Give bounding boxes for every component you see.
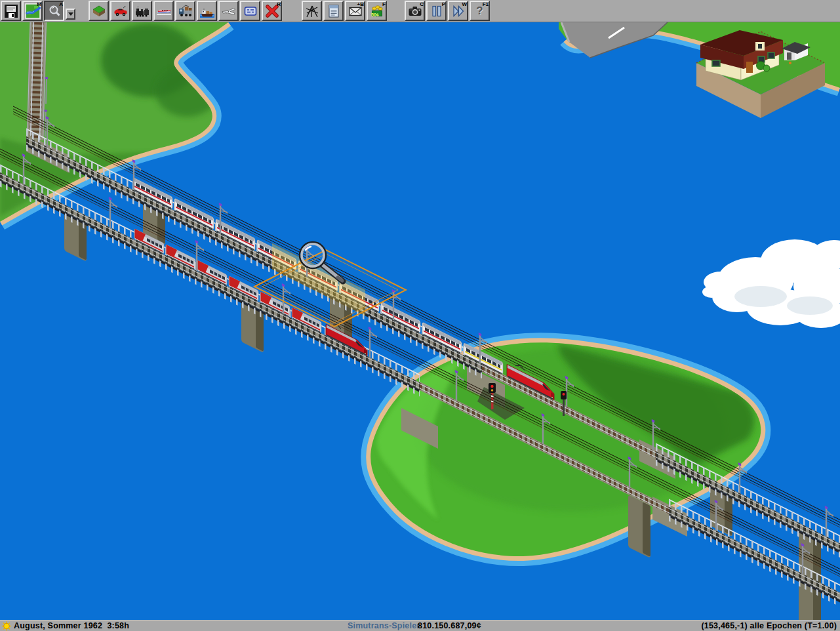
car-icon [113, 3, 129, 19]
road-tools-button[interactable] [110, 1, 130, 21]
special-build-button[interactable] [240, 1, 260, 21]
line-management-button[interactable] [302, 1, 322, 21]
highspeed-train-icon [156, 3, 172, 19]
sun-icon [1, 621, 12, 631]
rail-tools-button[interactable] [132, 1, 152, 21]
ship-icon [199, 3, 215, 19]
airplane-icon [221, 3, 237, 19]
chevron-down-icon [68, 12, 73, 16]
help-button[interactable]: ? F1 [470, 1, 490, 21]
remove-tool-button[interactable]: R [262, 1, 282, 21]
save-button[interactable] [1, 1, 21, 21]
network-lines-icon [304, 3, 320, 19]
player-name[interactable]: Simutrans-Spieler [348, 621, 420, 630]
document-icon [326, 3, 342, 19]
truck-crane-icon [178, 3, 193, 19]
tool-dropdown-button[interactable] [66, 9, 75, 20]
main-toolbar: M A R [0, 0, 840, 22]
schedule-sign-icon [243, 3, 258, 19]
coordinates-epoch: (153,465,-1) alle Epochen (T=1.00) [701, 621, 837, 630]
ship-tools-button[interactable] [197, 1, 217, 21]
pause-button[interactable]: P [426, 1, 447, 21]
game-map-view[interactable] [0, 22, 840, 620]
account-balance[interactable]: 810.150.687,09¢ [418, 621, 481, 630]
minimap-button[interactable]: M [22, 1, 43, 21]
status-bar: August, Sommer 1962 3:58h Simutrans-Spie… [0, 620, 840, 631]
screenshot-button[interactable]: C [405, 1, 425, 21]
fast-forward-button[interactable]: W [448, 1, 468, 21]
game-date: August, Sommer 1962 3:58h [14, 621, 129, 630]
finances-button[interactable]: 50¢ F [367, 1, 387, 21]
monorail-tools-button[interactable] [153, 1, 174, 21]
fifty-cent-label: 50¢ [371, 12, 379, 17]
save-icon [3, 3, 19, 19]
airplane-tools-button[interactable] [218, 1, 239, 21]
messages-button[interactable]: +B [345, 1, 365, 21]
query-tool-button[interactable]: A [44, 1, 64, 21]
flowers [789, 62, 791, 64]
steam-locomotive-icon [134, 3, 150, 19]
lists-button[interactable] [323, 1, 344, 21]
terrain-tools-button[interactable] [89, 1, 109, 21]
terrain-tile-icon [91, 3, 107, 19]
door [746, 62, 753, 73]
truck-tools-button[interactable] [175, 1, 195, 21]
